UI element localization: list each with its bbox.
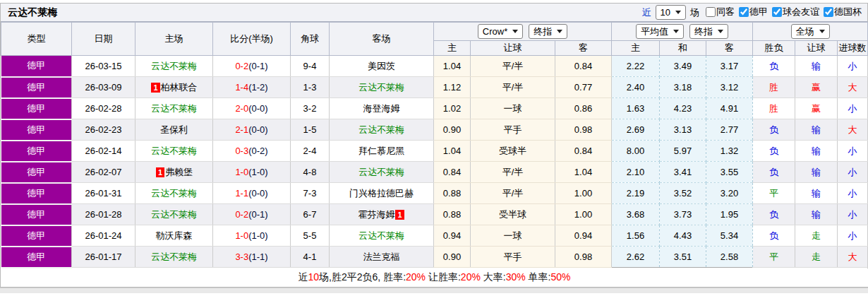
league-cell: 德甲 (1, 162, 72, 183)
halftime-score: (0-0) (248, 124, 267, 135)
result-goals-cell: 小 (838, 56, 868, 77)
odds-away-cell: 1.00 (555, 204, 612, 225)
date-cell: 26-02-07 (72, 162, 135, 183)
team-name: 海登海姆 (363, 103, 400, 114)
result-goals-cell: 大 (838, 247, 868, 268)
corner-cell: 5-5 (291, 225, 330, 247)
away-team-cell: 海登海姆 (330, 98, 434, 119)
league-cell: 德甲 (1, 77, 72, 98)
date-cell: 26-01-28 (72, 204, 135, 225)
home-team-cell: 云达不莱梅 (135, 183, 213, 204)
team-name: 美因茨 (368, 61, 395, 71)
result-outcome-cell: 平 (753, 183, 795, 204)
checkbox-input[interactable] (772, 7, 782, 17)
filter-checkbox-同客[interactable]: 同客 (701, 6, 735, 18)
avg-draw-cell: 3.73 (660, 204, 706, 225)
result-goals-cell: 小 (838, 162, 868, 183)
result-goals-cell: 大 (838, 119, 868, 141)
team-name: 云达不莱梅 (151, 251, 197, 262)
scope-select[interactable]: 全场 (791, 24, 830, 39)
corner-cell: 7-3 (291, 183, 330, 204)
average-select-value: 平均值 (641, 25, 668, 38)
odds-line-cell: 平/半 (471, 162, 555, 183)
avg-home-cell: 8.00 (612, 141, 660, 162)
score-cell: 3-3(1-1) (213, 247, 291, 268)
odds-home-cell: 0.88 (434, 204, 471, 225)
avg-home-cell: 2.10 (612, 162, 660, 183)
avg-away-cell: 1.32 (706, 141, 753, 162)
col-header-avg-draw: 和 (660, 41, 706, 56)
odds-line-cell: 平/半 (471, 56, 555, 77)
corner-cell: 6-7 (291, 204, 330, 225)
away-team-cell: 美因茨 (330, 56, 434, 77)
result-handicap-cell: 输 (795, 56, 838, 77)
filter-checkbox-德国杯[interactable]: 德国杯 (819, 6, 862, 18)
checkbox-label: 同客 (716, 6, 735, 18)
avg-draw-cell: 5.97 (660, 141, 706, 162)
fulltime-score: 1-4 (235, 82, 248, 93)
match-count-select[interactable]: 10 (656, 5, 686, 20)
fulltime-score: 0-2 (235, 61, 248, 71)
table-row: 德甲 26-01-31 云达不莱梅 1-1(0-0) 7-3 门兴格拉德巴赫 0… (1, 183, 868, 204)
games-label: 场 (690, 6, 699, 19)
near-label: 近 (642, 6, 651, 19)
titlebar: 云达不莱梅 近 10 场 同客德甲球会友谊德国杯 (1, 4, 867, 22)
result-outcome-cell: 负 (753, 225, 795, 247)
halftime-score: (1-0) (248, 230, 267, 241)
league-cell: 德甲 (1, 119, 72, 141)
avg-draw-cell: 3.18 (660, 77, 706, 98)
filter-checkbox-德甲[interactable]: 德甲 (735, 6, 768, 18)
summary-segment: 让胜率: (426, 271, 461, 283)
avg-draw-cell: 4.43 (660, 225, 706, 247)
col-header-result-goals: 进球数 (838, 41, 868, 56)
summary-segment: 20% (461, 271, 481, 283)
average-stage-select[interactable]: 终指 (689, 24, 728, 39)
result-handicap-cell: 输 (795, 162, 838, 183)
summary-segment: 20% (406, 271, 426, 283)
col-header-odds-home: 主 (434, 41, 471, 56)
chevron-down-icon (675, 11, 681, 14)
score-cell: 2-0(0-0) (213, 98, 291, 119)
team-name: 云达不莱梅 (358, 230, 404, 241)
home-team-cell: 云达不莱梅 (135, 141, 213, 162)
checkbox-label: 德甲 (749, 6, 768, 18)
result-outcome-cell: 负 (753, 204, 795, 225)
team-name: 圣保利 (160, 124, 188, 135)
result-outcome-cell: 负 (753, 141, 795, 162)
result-outcome-cell: 平 (753, 247, 795, 268)
halftime-score: (1-1) (248, 251, 267, 262)
score-cell: 1-0(1-0) (213, 162, 291, 183)
halftime-score: (1-0) (248, 167, 267, 177)
fulltime-score: 0-3 (235, 146, 248, 156)
col-header-odds-away: 客 (555, 41, 612, 56)
date-cell: 26-03-09 (72, 77, 135, 98)
bookmaker-stage-select[interactable]: 终指 (529, 24, 567, 39)
home-team-cell: 云达不莱梅 (135, 56, 213, 77)
summary-segment: 单率: (526, 271, 551, 283)
table-row: 德甲 26-01-17 云达不莱梅 3-3(1-1) 4-1 法兰克福 0.90… (1, 247, 868, 268)
avg-draw-cell: 3.13 (660, 119, 706, 141)
away-team-cell: 法兰克福 (330, 247, 434, 268)
corner-cell: 4-8 (291, 162, 330, 183)
team-name: 勒沃库森 (156, 230, 193, 241)
col-header-avg-home: 主 (612, 41, 660, 56)
avg-away-cell: 2.58 (706, 247, 753, 268)
team-name: 弗赖堡 (165, 167, 193, 177)
team-name: 拜仁慕尼黑 (358, 146, 404, 156)
home-team-cell: 云达不莱梅 (135, 98, 213, 119)
odds-away-cell: 0.94 (555, 225, 612, 247)
checkbox-input[interactable] (706, 7, 716, 17)
result-handicap-cell: 输 (795, 204, 838, 225)
checkbox-input[interactable] (824, 7, 833, 17)
table-row: 德甲 26-02-23 圣保利 2-1(0-0) 1-5 云达不莱梅 0.90 … (1, 119, 868, 141)
checkbox-input[interactable] (739, 7, 749, 17)
team-name: 云达不莱梅 (151, 61, 197, 71)
filter-checkbox-球会友谊[interactable]: 球会友谊 (768, 6, 819, 18)
bookmaker-select[interactable]: Crow* (478, 24, 523, 39)
chevron-down-icon (673, 30, 679, 33)
bookmaker-select-value: Crow* (483, 26, 507, 37)
corner-cell: 2-4 (291, 141, 330, 162)
team-name: 云达不莱梅 (358, 167, 404, 177)
average-select[interactable]: 平均值 (636, 24, 684, 39)
team-name: 门兴格拉德巴赫 (349, 188, 414, 199)
